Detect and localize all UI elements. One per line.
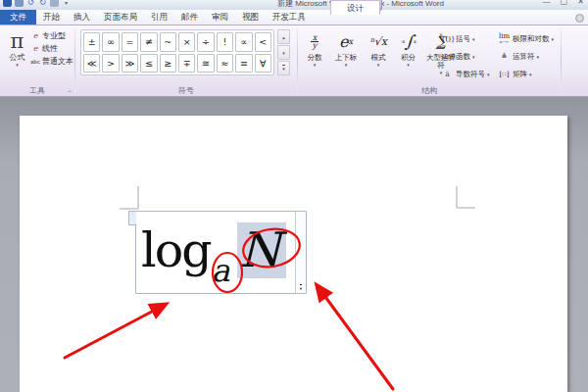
structure-icon: ≜ [498,55,511,60]
professional-icon: e [30,31,40,41]
equation-base[interactable]: a [212,252,230,289]
tab-design-active[interactable]: 设计 [330,0,380,15]
minimize-button[interactable]: — [543,0,551,6]
dropdown-caret-icon: ▾ [552,36,555,42]
structure-item[interactable]: {()} 括号 ▾ [441,34,496,44]
close-button[interactable]: ✕ [577,0,584,6]
symbol-button[interactable]: ∞ [102,32,119,52]
ribbon-tab[interactable]: 插入 [67,10,97,24]
equation-button[interactable]: π 公式 ▾ [4,28,30,85]
ribbon-tab-bar: 文件 开始插入页面布局引用邮件审阅视图开发工具 [0,10,588,25]
ribbon-tab[interactable]: 审阅 [205,10,235,24]
gallery-scroll-up-icon[interactable]: ▴ [277,29,290,44]
symbol-button[interactable]: > [102,54,119,74]
symbol-button[interactable]: ≫ [122,54,138,74]
gallery-more-icon[interactable]: ▾ [277,61,290,75]
symbol-button[interactable]: ≡ [235,54,252,74]
structure-item[interactable]: [∷] 矩阵 ▾ [498,70,561,79]
tab-file[interactable]: 文件 [0,10,36,24]
symbol-button[interactable]: ≤ [140,54,157,74]
professional-button[interactable]: e 专业型 [30,29,74,42]
qat-dropdown-icon[interactable]: ▾ [62,0,71,7]
dropdown-caret-icon: ▾ [472,36,475,42]
structure-icon: ä [441,73,454,77]
print-icon[interactable] [50,0,59,7]
symbol-button[interactable]: ≅ [197,54,214,74]
maximize-button[interactable]: ▢ [561,0,568,6]
ribbon-tab[interactable]: 引用 [144,10,174,24]
group-symbols: ±∞=≠~×÷!∝<≪>≫≤≥∓≅≈≡∀ ▴ ▾ ▾ 符号 [75,25,297,96]
help-icon[interactable] [575,14,584,23]
symbol-button[interactable]: ≥ [160,54,176,74]
ribbon: π 公式 ▾ e 专业型 e 线性 abc 普通文本 ⌐ 工具 [0,25,588,97]
normal-text-button[interactable]: abc 普通文本 [30,55,74,68]
group-structures: xy 分数 ▾ ex 上下标 ▾ ⁿ√x 根式 ▾ [298,25,561,96]
save-icon[interactable] [15,0,24,7]
structure-icon: [∷] [498,73,511,77]
ribbon-tab[interactable]: 开始 [36,10,67,24]
word-window: ↺ ↻ ▾ 新建 Microsoft Word 文档.docx - Micros… [0,0,588,392]
quick-access-toolbar: ↺ ↻ ▾ [3,0,71,7]
abc-icon: abc [30,57,40,67]
equation-argument-selected[interactable]: N [237,222,286,278]
radical-button[interactable]: ⁿ√x 根式 ▾ [363,27,394,76]
equation-text[interactable]: logaN [141,222,286,289]
dropdown-caret-icon: ▾ [537,54,540,60]
symbol-button[interactable]: ! [217,32,233,52]
ribbon-tab[interactable]: 开发工具 [266,10,313,24]
script-button[interactable]: ex 上下标 ▾ [330,27,362,76]
gallery-scroll-down-icon[interactable]: ▾ [277,45,290,60]
symbol-button[interactable]: ∓ [178,54,195,74]
group-label-tools: 工具 [0,85,74,96]
symbol-button[interactable]: ~ [160,32,176,52]
symbol-button[interactable]: < [255,32,271,52]
structure-item[interactable]: limn→∞ 极限和对数 ▾ [498,34,561,44]
pi-equation-icon: π [5,29,29,53]
group-label-structures: 结构 [298,85,561,96]
structure-item[interactable]: ≜ 运算符 ▾ [498,52,561,62]
equation-function[interactable]: log [141,222,211,278]
symbol-button[interactable]: ∀ [255,54,271,74]
dropdown-caret-icon: ▾ [364,62,393,68]
symbol-button[interactable]: ≈ [217,54,233,74]
ribbon-tab[interactable]: 页面布局 [97,10,144,24]
linear-icon: e [30,44,40,54]
symbol-button[interactable]: = [122,32,138,52]
symbol-button[interactable]: ∝ [235,32,252,52]
equation-container[interactable]: ⋮ logaN ▾ [135,211,307,294]
symbol-button[interactable]: ÷ [197,32,214,52]
equation-handle[interactable]: ⋮ [128,211,136,225]
ribbon-tab[interactable]: 邮件 [174,10,205,24]
word-app-icon[interactable] [3,0,12,7]
equation-options-dropdown-icon[interactable]: ▾ [297,283,305,292]
structure-item[interactable]: sinθ 函数 ▾ [441,52,496,62]
group-label-symbols: 符号 [75,85,297,96]
dropdown-caret-icon: ▾ [529,72,532,77]
structure-item[interactable]: ä 导数符号 ▾ [441,70,496,79]
dropdown-caret-icon: ▾ [331,62,361,68]
symbol-button[interactable]: × [178,32,195,52]
symbol-button[interactable]: ± [83,32,100,52]
integral-icon: -x∫x [396,28,420,54]
fraction-button[interactable]: xy 分数 ▾ [300,27,329,76]
linear-button[interactable]: e 线性 [30,42,74,55]
undo-icon[interactable]: ↺ [26,0,35,7]
redo-icon[interactable]: ↻ [38,0,47,7]
radical-icon: ⁿ√x [364,28,393,54]
script-icon: ex [331,28,361,54]
symbol-gallery: ±∞=≠~×÷!∝<≪>≫≤≥∓≅≈≡∀ [80,29,274,75]
structure-icon: {()} [441,37,454,42]
structure-icon: limn→∞ [498,34,511,44]
symbol-button[interactable]: ≪ [83,54,100,74]
dropdown-caret-icon: ▾ [472,54,475,60]
symbol-button[interactable]: ≠ [140,32,157,52]
document-area: ⋮ logaN ▾ [0,97,588,392]
fraction-icon: xy [301,28,328,54]
ribbon-tab[interactable]: 视图 [235,10,266,24]
dropdown-caret-icon: ▾ [301,62,328,68]
structure-icon: sinθ [441,55,454,60]
integral-button[interactable]: -x∫x 积分 ▾ [395,27,421,76]
equation-right-strip [295,212,306,293]
group-tools: π 公式 ▾ e 专业型 e 线性 abc 普通文本 ⌐ 工具 [0,25,74,96]
dropdown-caret-icon: ▾ [396,62,420,68]
